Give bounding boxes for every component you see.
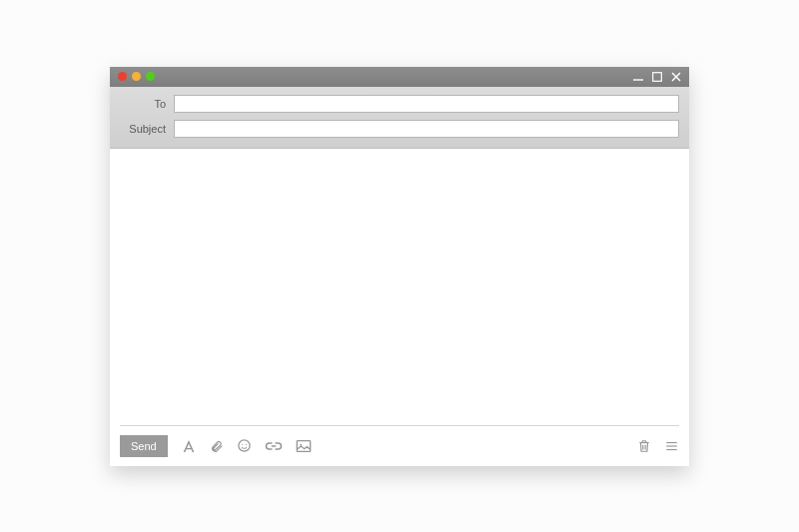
to-input[interactable] [174,95,679,113]
message-body[interactable] [110,149,689,425]
subject-input[interactable] [174,120,679,138]
svg-point-5 [242,444,243,445]
send-button[interactable]: Send [120,435,168,457]
compose-window: To Subject Send [110,67,689,466]
maximize-window-button[interactable] [146,72,155,81]
traffic-lights [118,72,155,81]
body-container: Send [110,149,689,466]
minimize-window-button[interactable] [132,72,141,81]
titlebar [110,67,689,87]
close-icon[interactable] [671,72,681,82]
window-controls [633,72,681,82]
restore-icon[interactable] [652,72,662,82]
close-window-button[interactable] [118,72,127,81]
link-icon[interactable] [265,441,283,451]
header-fields: To Subject [110,87,689,149]
attachment-icon[interactable] [210,438,224,454]
subject-label: Subject [120,123,166,135]
font-format-icon[interactable] [181,438,197,454]
svg-point-4 [239,440,250,451]
svg-point-6 [245,444,246,445]
svg-rect-1 [653,72,662,81]
toolbar: Send [110,426,689,466]
image-icon[interactable] [296,439,312,453]
trash-icon[interactable] [637,438,651,454]
minimize-icon[interactable] [633,72,643,82]
emoji-icon[interactable] [237,438,252,453]
subject-row: Subject [120,120,679,138]
to-label: To [120,98,166,110]
menu-icon[interactable] [664,439,679,453]
to-row: To [120,95,679,113]
svg-rect-7 [297,440,310,451]
